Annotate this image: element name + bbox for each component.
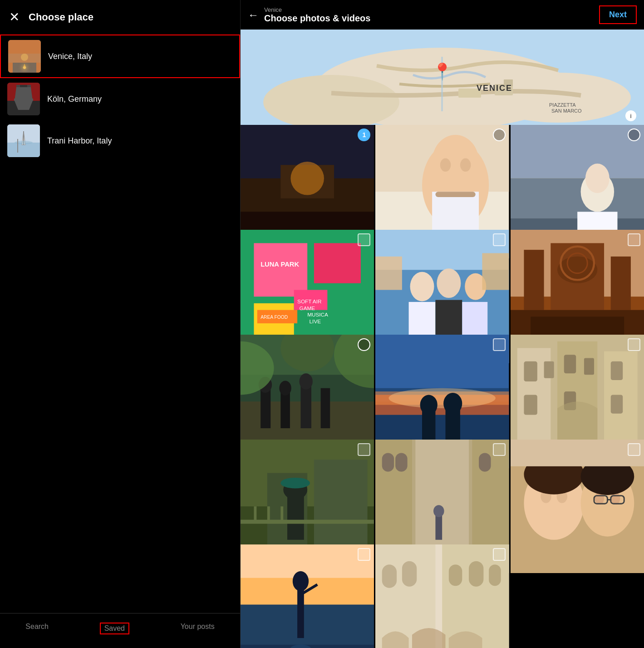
photo-select-3[interactable] (628, 129, 640, 141)
photo-select-6[interactable] (628, 233, 640, 246)
left-panel: ✕ Choose place Venice, Italy (0, 0, 241, 648)
svg-rect-92 (321, 388, 330, 428)
svg-point-65 (410, 272, 434, 302)
place-name-venice: Venice, Italy (48, 52, 92, 61)
svg-point-16 (15, 141, 33, 144)
svg-point-40 (440, 158, 451, 172)
page-title: Choose place (29, 11, 93, 23)
svg-rect-51 (254, 243, 307, 297)
header-title: Choose photos & videos (264, 13, 370, 24)
svg-text:LIVE: LIVE (310, 318, 321, 324)
photo-select-8[interactable] (493, 338, 506, 351)
svg-text:SOFT AIR: SOFT AIR (297, 298, 321, 304)
svg-text:📍: 📍 (432, 62, 452, 81)
svg-rect-116 (524, 395, 537, 415)
photo-select-2[interactable] (493, 129, 506, 141)
svg-rect-154 (511, 440, 644, 466)
svg-rect-88 (280, 391, 290, 428)
svg-rect-139 (436, 513, 442, 540)
svg-rect-90 (300, 385, 311, 428)
svg-marker-10 (27, 85, 31, 96)
photo-cell-13[interactable] (241, 544, 374, 648)
svg-rect-112 (544, 361, 554, 378)
place-thumbnail-trani (7, 124, 40, 157)
svg-point-101 (389, 388, 496, 408)
right-header-left: ← Venice Choose photos & videos (248, 6, 370, 24)
photo-grid: 1 (241, 125, 644, 648)
svg-rect-118 (610, 395, 622, 413)
svg-point-103 (420, 395, 438, 415)
svg-rect-75 (524, 250, 544, 310)
svg-point-49 (585, 163, 609, 193)
tab-saved[interactable]: Saved (100, 623, 129, 634)
svg-rect-137 (395, 453, 407, 471)
svg-rect-113 (564, 355, 575, 373)
svg-marker-9 (16, 85, 20, 96)
place-name-trani: Trani Harbor, Italy (47, 136, 112, 146)
svg-rect-114 (584, 358, 594, 375)
photo-select-10[interactable] (358, 443, 370, 456)
svg-rect-77 (610, 257, 630, 310)
svg-text:GAME: GAME (300, 305, 315, 311)
photo-select-11[interactable] (493, 443, 506, 456)
next-button[interactable]: Next (599, 5, 637, 24)
svg-rect-111 (524, 361, 537, 381)
map-area: 📍 VENICE PIAZZETTA SAN MARCO i (241, 30, 644, 125)
svg-rect-124 (287, 493, 304, 540)
svg-rect-172 (489, 564, 501, 586)
svg-point-91 (300, 373, 313, 389)
svg-rect-138 (479, 453, 491, 471)
svg-rect-52 (314, 243, 361, 283)
svg-rect-169 (402, 561, 417, 587)
svg-rect-44 (511, 125, 644, 178)
photo-cell-14[interactable] (375, 544, 509, 648)
place-list: Venice, Italy Köln, Germany (0, 35, 240, 613)
svg-rect-86 (261, 388, 270, 428)
place-item-koln[interactable]: Köln, Germany (0, 78, 240, 120)
svg-text:i: i (630, 113, 632, 119)
svg-rect-130 (280, 506, 283, 523)
place-item-venice[interactable]: Venice, Italy (0, 35, 240, 78)
svg-point-33 (290, 162, 324, 195)
photo-select-12[interactable] (628, 443, 640, 456)
svg-point-41 (460, 158, 471, 172)
svg-rect-115 (610, 361, 622, 380)
photo-select-5[interactable] (493, 233, 506, 246)
svg-point-126 (280, 478, 310, 489)
svg-rect-11 (14, 99, 33, 101)
tab-search[interactable]: Search (25, 623, 49, 634)
svg-rect-129 (267, 506, 270, 523)
svg-rect-8 (7, 101, 40, 115)
place-thumbnail-koln (7, 83, 40, 115)
svg-rect-168 (382, 564, 397, 588)
svg-text:AREA FOOD: AREA FOOD (261, 315, 288, 320)
svg-point-140 (433, 505, 444, 517)
photo-select-9[interactable] (628, 338, 640, 351)
svg-text:PIAZZETTA: PIAZZETTA (549, 102, 576, 108)
place-thumbnail-venice (8, 40, 41, 73)
back-icon[interactable]: ← (248, 9, 259, 21)
photo-select-4[interactable] (358, 233, 370, 246)
svg-rect-171 (469, 561, 483, 587)
svg-rect-127 (241, 520, 374, 524)
photo-select-13[interactable] (358, 548, 370, 561)
svg-text:VENICE: VENICE (477, 84, 512, 93)
svg-point-66 (437, 268, 461, 298)
svg-text:SAN MARCO: SAN MARCO (551, 108, 582, 114)
place-item-trani[interactable]: Trani Harbor, Italy (0, 120, 240, 162)
svg-rect-136 (382, 453, 394, 471)
svg-rect-72 (482, 253, 509, 290)
svg-point-38 (432, 135, 479, 188)
svg-point-160 (293, 571, 309, 591)
close-icon[interactable]: ✕ (9, 11, 20, 24)
svg-rect-71 (375, 257, 402, 290)
photo-select-14[interactable] (493, 548, 506, 561)
right-panel: ← Venice Choose photos & videos Next (241, 0, 644, 648)
tab-your-posts[interactable]: Your posts (181, 623, 215, 634)
svg-rect-7 (20, 85, 27, 103)
bottom-tabs: Search Saved Your posts (0, 613, 240, 648)
photo-cell-12[interactable] (511, 440, 644, 573)
svg-point-2 (21, 54, 28, 61)
place-name-koln: Köln, Germany (47, 94, 102, 104)
svg-rect-158 (241, 604, 374, 648)
